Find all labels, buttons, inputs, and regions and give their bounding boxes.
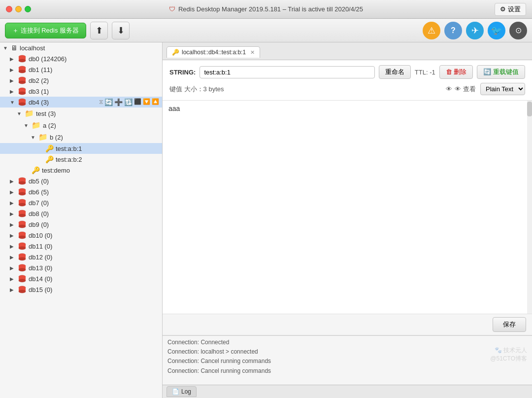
log-tab[interactable]: 📄 Log	[166, 386, 197, 397]
arrow-icon: ▶	[10, 233, 16, 238]
settings-button[interactable]: ⚙ 设置	[495, 3, 526, 16]
github-button[interactable]: ⊙	[509, 22, 527, 39]
svg-point-38	[19, 257, 26, 260]
refresh-icon[interactable]: 🔄	[104, 98, 113, 106]
svg-point-17	[19, 181, 26, 184]
log-line-1: Connection: Connected	[167, 338, 527, 347]
view-format-select[interactable]: Plain Text HEX JSON Binary	[480, 83, 525, 95]
sidebar-item-db7[interactable]: ▶ db7 (0)	[0, 197, 162, 208]
localhost-label: localhost	[20, 44, 159, 52]
telegram-button[interactable]: ✈	[466, 22, 484, 39]
sidebar-item-a-folder[interactable]: ▼ 📁 a (2)	[0, 119, 162, 131]
db6-label: db6 (5)	[29, 188, 159, 196]
close-button[interactable]	[6, 6, 12, 12]
arrow-icon: ▼	[17, 111, 23, 116]
db-icon	[18, 199, 27, 207]
db-icon	[18, 242, 27, 250]
sidebar-item-db15[interactable]: ▶ db15 (0)	[0, 284, 162, 295]
sidebar-item-key-test-demo[interactable]: ▶ 🔑 test:demo	[0, 165, 162, 176]
download-button[interactable]: ⬇	[112, 22, 130, 39]
folder-icon: 📁	[25, 109, 34, 118]
key-detail-area: STRING: 重命名 TTL: -1 🗑 删除 🔄 重载键值 键值 大小：3 …	[163, 60, 532, 101]
svg-point-20	[19, 192, 26, 195]
key-icon: 🔑	[45, 155, 54, 163]
help-button[interactable]: ?	[444, 22, 462, 39]
upload-button[interactable]: ⬆	[90, 22, 108, 39]
sort-down-icon[interactable]: 🔽	[143, 98, 150, 106]
warning-button[interactable]: ⚠	[423, 22, 440, 39]
delete-button[interactable]: 🗑 删除	[439, 65, 473, 79]
minimize-button[interactable]	[15, 6, 22, 12]
sidebar-item-db10[interactable]: ▶ db10 (0)	[0, 230, 162, 241]
telegram-icon: ✈	[471, 25, 479, 36]
key-name-input[interactable]	[200, 66, 374, 78]
save-button[interactable]: 保存	[493, 317, 526, 332]
key-size-label: 键值 大小：3 bytes	[169, 85, 224, 94]
watermark: 🐾 技术元人 @51CTO博客	[490, 346, 527, 363]
arrow-icon: ▶	[10, 244, 16, 249]
twitter-icon: 🐦	[491, 25, 502, 36]
db-icon	[18, 253, 27, 261]
db4-label: db4 (3)	[29, 99, 97, 106]
sync-icon[interactable]: 🔃	[124, 98, 133, 106]
value-area[interactable]: aaa	[163, 101, 532, 314]
sidebar-item-db3[interactable]: ▶ db3 (1)	[0, 86, 162, 97]
db-icon	[18, 264, 27, 272]
sidebar-item-db14[interactable]: ▶ db14 (0)	[0, 273, 162, 284]
scrollbar-thumb[interactable]	[527, 102, 532, 116]
svg-point-14	[19, 103, 26, 106]
sidebar-item-db1[interactable]: ▶ db1 (11)	[0, 64, 162, 75]
svg-point-23	[19, 203, 26, 206]
svg-point-47	[19, 290, 26, 293]
sidebar-item-db12[interactable]: ▶ db12 (0)	[0, 252, 162, 262]
sidebar-item-db4[interactable]: ▼ db4 (3) ⧖ 🔄 ➕ 🔃 ⬛ 🔽 🔼	[0, 97, 162, 108]
scrollbar-track[interactable]	[527, 101, 532, 314]
svg-point-26	[19, 214, 26, 217]
arrow-icon: ▶	[10, 89, 16, 94]
db-icon	[18, 231, 27, 239]
maximize-button[interactable]	[25, 6, 31, 12]
sidebar-item-key-test-a-b-2[interactable]: ▶ 🔑 test:a:b:2	[0, 154, 162, 165]
sidebar-item-db5[interactable]: ▶ db5 (0)	[0, 176, 162, 186]
db7-label: db7 (0)	[29, 199, 159, 207]
svg-point-2	[19, 59, 26, 62]
log-line-4: Connection: Cancel running commands	[167, 366, 527, 376]
tab-label: localhost::db4::test:a:b:1	[182, 49, 246, 56]
sidebar-item-localhost[interactable]: ▼ 🖥 localhost	[0, 42, 162, 53]
db5-label: db5 (0)	[29, 178, 159, 185]
reload-button[interactable]: 🔄 重载键值	[477, 65, 525, 79]
sidebar-item-key-test-a-b-1[interactable]: ▶ 🔑 test:a:b:1	[0, 143, 162, 154]
db-icon	[18, 76, 27, 84]
db13-label: db13 (0)	[29, 264, 159, 272]
sidebar-item-db2[interactable]: ▶ db2 (2)	[0, 75, 162, 86]
connect-button[interactable]: ＋ 连接到 Redis 服务器	[5, 23, 86, 38]
terminal-icon[interactable]: ⬛	[134, 98, 141, 106]
db-icon	[18, 66, 27, 73]
db9-label: db9 (0)	[29, 221, 159, 228]
view-text: 👁 查看	[455, 85, 476, 94]
arrow-icon: ▶	[10, 56, 16, 62]
arrow-icon: ▼	[31, 135, 36, 140]
key-name-row: STRING: 重命名 TTL: -1 🗑 删除 🔄 重载键值	[169, 65, 525, 79]
sidebar-item-test-folder[interactable]: ▼ 📁 test (3)	[0, 108, 162, 119]
arrow-icon: ▶	[10, 254, 16, 260]
key-tab[interactable]: 🔑 localhost::db4::test:a:b:1 ✕	[166, 46, 260, 58]
sidebar-item-db8[interactable]: ▶ db8 (0)	[0, 208, 162, 219]
db1-label: db1 (11)	[29, 66, 159, 73]
db-icon	[18, 188, 27, 196]
sidebar-item-db0[interactable]: ▶ db0 (124206)	[0, 53, 162, 64]
add-key-icon[interactable]: ➕	[114, 98, 123, 106]
db-icon	[18, 210, 27, 217]
rename-button[interactable]: 重命名	[379, 65, 411, 79]
twitter-button[interactable]: 🐦	[488, 22, 505, 39]
sidebar-item-db11[interactable]: ▶ db11 (0)	[0, 241, 162, 252]
sidebar-item-db13[interactable]: ▶ db13 (0)	[0, 262, 162, 273]
filter-icon[interactable]: ⧖	[99, 98, 103, 106]
sidebar-item-db6[interactable]: ▶ db6 (5)	[0, 186, 162, 197]
monitor-icon: 🖥	[11, 44, 18, 52]
folder-icon: 📁	[38, 133, 48, 142]
sort-up-icon[interactable]: 🔼	[152, 98, 159, 106]
sidebar-item-db9[interactable]: ▶ db9 (0)	[0, 219, 162, 230]
tab-close-button[interactable]: ✕	[250, 49, 255, 56]
sidebar-item-b-folder[interactable]: ▼ 📁 b (2)	[0, 131, 162, 143]
